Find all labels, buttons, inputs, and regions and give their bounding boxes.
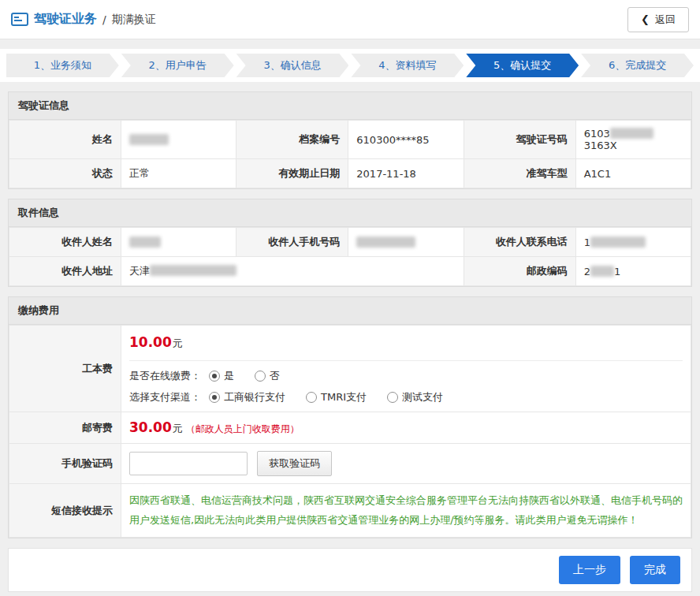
fees-panel: 缴纳费用 工本费 10.00元 是否在线缴费： 是 否 bbox=[8, 296, 692, 538]
step-1-business-notice[interactable]: 1、业务须知 bbox=[6, 54, 119, 77]
address-prefix: 天津 bbox=[129, 265, 150, 277]
footer-action-bar: 上一步 完成 bbox=[8, 548, 692, 592]
masked-value bbox=[590, 237, 646, 248]
sms-tip-text: 因陕西省联通、电信运营商技术问题，陕西省互联网交通安全综合服务管理平台无法向持陕… bbox=[129, 491, 683, 530]
vehicle-class-label: 准驾车型 bbox=[464, 159, 575, 188]
step-3-confirm-info[interactable]: 3、确认信息 bbox=[236, 54, 349, 77]
masked-value bbox=[356, 237, 415, 248]
expiry-value: 2017-11-18 bbox=[348, 159, 464, 188]
sms-tip-cell: 因陕西省联通、电信运营商技术问题，陕西省互联网交通安全综合服务管理平台无法向持陕… bbox=[121, 484, 691, 538]
previous-step-button[interactable]: 上一步 bbox=[559, 556, 620, 584]
name-value bbox=[121, 121, 236, 159]
file-no-label: 档案编号 bbox=[236, 121, 348, 159]
work-fee-unit: 元 bbox=[173, 337, 183, 349]
work-fee-amount-line: 10.00元 bbox=[129, 333, 683, 361]
post-fee-unit: 元 bbox=[173, 423, 183, 434]
sms-code-label: 手机验证码 bbox=[9, 444, 121, 484]
recipient-name-label: 收件人姓名 bbox=[9, 228, 121, 257]
step-wizard: 1、业务须知 2、用户申告 3、确认信息 4、资料填写 5、确认提交 6、完成提… bbox=[0, 49, 700, 82]
radio-selected-icon bbox=[209, 392, 220, 403]
postcode-prefix: 2 bbox=[584, 266, 590, 278]
recipient-tel-label: 收件人联系电话 bbox=[464, 228, 575, 257]
post-fee-cell: 30.00元（邮政人员上门收取费用） bbox=[121, 412, 691, 444]
radio-test-label: 测试支付 bbox=[402, 390, 443, 404]
page-subtitle: 期满换证 bbox=[112, 13, 156, 27]
top-bar: 驾驶证业务 / 期满换证 ❮ 返回 bbox=[0, 0, 700, 39]
pay-channel-row: 选择支付渠道： 工商银行支付 TMRI支付 测试支付 bbox=[129, 390, 683, 404]
name-label: 姓名 bbox=[9, 121, 121, 159]
status-value: 正常 bbox=[121, 159, 236, 188]
chevron-left-icon: ❮ bbox=[641, 13, 650, 25]
post-fee-label: 邮寄费 bbox=[9, 412, 121, 444]
radio-tmri-label: TMRI支付 bbox=[321, 390, 367, 404]
address-label: 收件人地址 bbox=[9, 257, 121, 286]
sms-tip-label: 短信接收提示 bbox=[9, 484, 121, 538]
recipient-name-value bbox=[121, 228, 236, 257]
back-button[interactable]: ❮ 返回 bbox=[627, 7, 689, 32]
radio-channel-test[interactable]: 测试支付 bbox=[387, 390, 443, 404]
online-pay-row: 是否在线缴费： 是 否 bbox=[129, 369, 683, 383]
masked-value bbox=[129, 134, 169, 145]
masked-value bbox=[610, 128, 653, 139]
license-info-panel: 驾驶证信息 姓名 档案编号 610300****85 驾驶证号码 6103316… bbox=[8, 91, 692, 189]
step-2-user-declaration[interactable]: 2、用户申告 bbox=[121, 54, 234, 77]
pickup-info-panel: 取件信息 收件人姓名 收件人手机号码 收件人联系电话 1 收件人地址 天津 邮政… bbox=[8, 199, 692, 287]
radio-channel-icbc[interactable]: 工商银行支付 bbox=[209, 390, 285, 404]
radio-icbc-label: 工商银行支付 bbox=[224, 390, 285, 404]
get-code-button[interactable]: 获取验证码 bbox=[257, 451, 332, 476]
vehicle-class-value: A1C1 bbox=[575, 159, 691, 188]
radio-selected-icon bbox=[209, 371, 220, 382]
masked-value bbox=[129, 237, 161, 248]
masked-value bbox=[590, 266, 614, 277]
recipient-phone-value bbox=[348, 228, 464, 257]
online-pay-question: 是否在线缴费： bbox=[129, 369, 201, 383]
fees-title: 缴纳费用 bbox=[9, 297, 691, 325]
table-row: 手机验证码 获取验证码 bbox=[9, 444, 691, 484]
address-value: 天津 bbox=[121, 257, 464, 286]
file-no-value: 610300****85 bbox=[348, 121, 464, 159]
post-fee-amount: 30.00 bbox=[129, 419, 172, 435]
radio-yes-label: 是 bbox=[224, 369, 234, 383]
table-row: 姓名 档案编号 610300****85 驾驶证号码 61033163X bbox=[9, 121, 691, 159]
pickup-info-table: 收件人姓名 收件人手机号码 收件人联系电话 1 收件人地址 天津 邮政编码 21 bbox=[9, 227, 691, 286]
radio-online-pay-no[interactable]: 否 bbox=[255, 369, 280, 383]
radio-unselected-icon bbox=[306, 392, 317, 403]
sms-code-cell: 获取验证码 bbox=[121, 444, 691, 484]
license-no-prefix: 6103 bbox=[584, 128, 610, 140]
table-row: 工本费 10.00元 是否在线缴费： 是 否 选 bbox=[9, 326, 691, 412]
license-info-table: 姓名 档案编号 610300****85 驾驶证号码 61033163X 状态 … bbox=[9, 120, 691, 188]
pickup-info-title: 取件信息 bbox=[9, 199, 691, 227]
masked-value bbox=[150, 265, 236, 276]
title-separator: / bbox=[102, 13, 106, 26]
expiry-label: 有效期止日期 bbox=[236, 159, 348, 188]
recipient-tel-value: 1 bbox=[575, 228, 691, 257]
id-card-icon bbox=[11, 13, 28, 26]
postcode-label: 邮政编码 bbox=[464, 257, 575, 286]
step-6-complete-submit[interactable]: 6、完成提交 bbox=[581, 54, 694, 77]
recipient-phone-label: 收件人手机号码 bbox=[236, 228, 348, 257]
page-title: 驾驶证业务 bbox=[34, 11, 97, 28]
step-4-fill-data[interactable]: 4、资料填写 bbox=[351, 54, 464, 77]
postcode-suffix: 1 bbox=[614, 266, 620, 278]
work-fee-cell: 10.00元 是否在线缴费： 是 否 选择支付渠道： bbox=[121, 326, 691, 412]
postcode-value: 21 bbox=[575, 257, 691, 286]
radio-unselected-icon bbox=[255, 371, 266, 382]
radio-online-pay-yes[interactable]: 是 bbox=[209, 369, 234, 383]
table-row: 收件人地址 天津 邮政编码 21 bbox=[9, 257, 691, 286]
step-5-confirm-submit[interactable]: 5、确认提交 bbox=[466, 54, 579, 77]
tel-prefix: 1 bbox=[584, 237, 590, 248]
work-fee-amount: 10.00 bbox=[129, 334, 172, 350]
breadcrumb: 驾驶证业务 / 期满换证 bbox=[11, 11, 156, 28]
fees-table: 工本费 10.00元 是否在线缴费： 是 否 选 bbox=[9, 325, 691, 538]
back-button-label: 返回 bbox=[655, 13, 676, 25]
license-no-label: 驾驶证号码 bbox=[464, 121, 575, 159]
radio-unselected-icon bbox=[387, 392, 398, 403]
license-no-value: 61033163X bbox=[575, 121, 691, 159]
radio-channel-tmri[interactable]: TMRI支付 bbox=[306, 390, 367, 404]
sms-code-input[interactable] bbox=[129, 452, 248, 475]
table-row: 短信接收提示 因陕西省联通、电信运营商技术问题，陕西省互联网交通安全综合服务管理… bbox=[9, 484, 691, 538]
status-label: 状态 bbox=[9, 159, 121, 188]
work-fee-label: 工本费 bbox=[9, 326, 121, 412]
finish-button[interactable]: 完成 bbox=[630, 556, 680, 584]
table-row: 状态 正常 有效期止日期 2017-11-18 准驾车型 A1C1 bbox=[9, 159, 691, 188]
